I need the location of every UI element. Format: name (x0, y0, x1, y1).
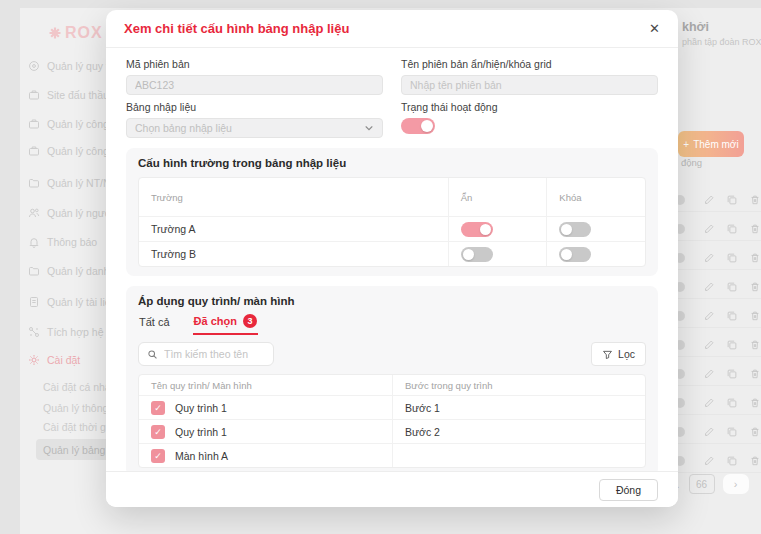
process-step (392, 444, 645, 467)
version-name-input[interactable] (401, 75, 658, 95)
process-name: Quy trình 1 (175, 402, 227, 414)
modal-footer: Đóng (106, 471, 678, 507)
column-buoc: Bước trong quy trình (392, 375, 645, 395)
filter-icon (602, 349, 613, 360)
process-step: Bước 1 (392, 396, 645, 419)
table-row-quy-trinh-1-buoc-2: ✓ Quy trình 1 Bước 2 (139, 419, 645, 443)
input-table-select[interactable]: Chọn bảng nhập liệu (126, 118, 383, 138)
modal-form: Mã phiên bản Tên phiên bản ẩn/hiện/khóa … (126, 52, 658, 138)
modal-header: Xem chi tiết cấu hình bảng nhập liệu ✕ (106, 10, 678, 48)
table-header-row: Trường Ẩn Khóa (139, 178, 645, 216)
apply-section-title: Áp dụng quy trình/ màn hình (138, 295, 646, 307)
process-name: Màn hình A (175, 450, 228, 462)
hide-toggle[interactable] (461, 222, 493, 237)
version-code-input[interactable] (126, 75, 383, 95)
hide-toggle[interactable] (461, 247, 493, 262)
tab-tat-ca[interactable]: Tất cả (138, 314, 171, 335)
search-icon (147, 349, 158, 360)
process-name: Quy trình 1 (175, 426, 227, 438)
apply-section: Áp dụng quy trình/ màn hình Tất cả Đã ch… (126, 286, 658, 477)
search-box (138, 342, 274, 366)
tab-da-chon[interactable]: Đã chọn 3 (193, 314, 258, 335)
field-config-title: Cấu hình trường trong bảng nhập liệu (138, 157, 646, 169)
checkbox-checked[interactable]: ✓ (151, 425, 165, 439)
close-button[interactable]: Đóng (599, 479, 658, 501)
column-an: Ẩn (448, 178, 547, 216)
column-khoa: Khóa (546, 178, 645, 216)
field-name: Trường A (139, 217, 448, 241)
checkbox-checked[interactable]: ✓ (151, 449, 165, 463)
modal-title: Xem chi tiết cấu hình bảng nhập liệu (124, 21, 349, 36)
table-row-quy-trinh-1-buoc-1: ✓ Quy trình 1 Bước 1 (139, 395, 645, 419)
active-status-label: Trạng thái hoạt động (401, 101, 658, 113)
apply-tabs: Tất cả Đã chọn 3 (138, 314, 646, 335)
selected-count-badge: 3 (243, 314, 257, 328)
version-code-label: Mã phiên bản (126, 58, 383, 70)
lock-toggle[interactable] (559, 247, 591, 262)
table-row-truong-a: Trường A (139, 216, 645, 241)
field-config-table: Trường Ẩn Khóa Trường A Trường B (138, 177, 646, 267)
app-screen: ROX Quản lý quy trình Site đấu thầu Quản… (0, 0, 761, 534)
close-icon[interactable]: ✕ (649, 21, 660, 36)
field-config-section: Cấu hình trường trong bảng nhập liệu Trư… (126, 148, 658, 276)
column-ten-quy-trinh: Tên quy trình/ Màn hình (139, 375, 392, 395)
search-filter-row: Lọc (138, 342, 646, 366)
modal-body: Mã phiên bản Tên phiên bản ẩn/hiện/khóa … (106, 48, 678, 477)
lock-toggle[interactable] (559, 222, 591, 237)
version-name-label: Tên phiên bản ẩn/hiện/khóa grid (401, 58, 658, 70)
field-name: Trường B (139, 242, 448, 266)
process-step: Bước 2 (392, 420, 645, 443)
active-status-toggle[interactable] (401, 118, 435, 134)
table-header-row: Tên quy trình/ Màn hình Bước trong quy t… (139, 375, 645, 395)
chevron-down-icon (364, 123, 374, 133)
column-truong: Trường (139, 178, 448, 216)
apply-table: Tên quy trình/ Màn hình Bước trong quy t… (138, 374, 646, 468)
search-input[interactable] (164, 348, 265, 360)
input-table-label: Bảng nhập liệu (126, 101, 383, 113)
table-row-truong-b: Trường B (139, 241, 645, 266)
table-row-man-hinh-a: ✓ Màn hình A (139, 443, 645, 467)
filter-button[interactable]: Lọc (591, 342, 646, 366)
checkbox-checked[interactable]: ✓ (151, 401, 165, 415)
modal-view-config: Xem chi tiết cấu hình bảng nhập liệu ✕ M… (106, 10, 678, 507)
